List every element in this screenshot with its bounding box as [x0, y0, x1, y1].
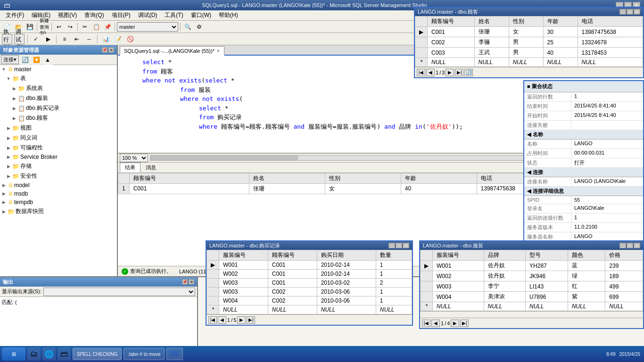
tree-item-security[interactable]: ▶ 📁 安全性	[0, 171, 117, 181]
output-pin-icon[interactable]: 📌	[182, 279, 188, 285]
expand-prog[interactable]: ▶	[6, 146, 11, 150]
expand-systables[interactable]: ▶	[11, 86, 17, 91]
taskbar-item-terminal[interactable]: :tabn # to move	[124, 348, 165, 360]
query-tab[interactable]: SQLQuery1.sql -....(LANGO\Kale (55))* ✕	[120, 46, 224, 56]
purchases-minimize[interactable]: _	[388, 243, 395, 248]
purch-nav-next[interactable]: ▶	[237, 316, 246, 324]
text-results-icon[interactable]: 📝	[113, 34, 123, 44]
clothes-maximize[interactable]: □	[627, 243, 633, 248]
search-icon[interactable]: 🔍	[182, 22, 193, 32]
clothes-hscroll[interactable]	[420, 311, 643, 318]
explorer-pin-icon[interactable]: 📌	[102, 47, 107, 53]
results-icon[interactable]: 📊	[100, 34, 111, 44]
tree-item-programmability[interactable]: ▶ 📁 可编程性	[0, 143, 117, 153]
tree-item-msdb[interactable]: ▶ 🖥 msdb	[0, 189, 117, 198]
taskbar-item-sql[interactable]: SPELL CHECKING	[73, 348, 122, 360]
explorer-close-icon[interactable]: ✕	[108, 47, 114, 53]
filter-icon[interactable]: 🔽	[31, 55, 41, 65]
menu-query[interactable]: 查询(Q)	[81, 10, 107, 20]
taskbar-explorer-icon[interactable]: 🗂	[27, 347, 41, 361]
menu-view[interactable]: 视图(V)	[54, 10, 81, 20]
purch-nav-first[interactable]: |◀	[208, 316, 217, 324]
tab-messages[interactable]: 消息	[140, 163, 161, 173]
customers-maximize[interactable]: □	[627, 9, 633, 15]
save-icon[interactable]: 💾	[25, 22, 35, 32]
tree-item-service-broker[interactable]: ▶ 📁 Service Broker	[0, 153, 117, 161]
prop-section-name[interactable]: ◀ 名称	[524, 130, 643, 140]
copy-icon[interactable]: 📋	[91, 22, 101, 32]
tree-item-snapshots[interactable]: ▶ 📁 数据库快照	[0, 206, 117, 216]
purch-nav-last[interactable]: ▶|	[247, 316, 255, 324]
clothes-nav-prev[interactable]: ◀	[431, 320, 440, 327]
zoom-selector[interactable]: 100 %75 %150 %	[120, 154, 148, 162]
cust-nav-first[interactable]: |◀	[417, 69, 425, 76]
indent-icon[interactable]: ≡	[59, 34, 70, 44]
database-selector[interactable]: mastermodelmsdbtempdb	[117, 22, 178, 32]
expand-master[interactable]: ▼	[1, 67, 7, 72]
expand-security[interactable]: ▶	[6, 174, 11, 179]
settings-icon[interactable]: ⚙	[194, 22, 204, 32]
menu-file[interactable]: 文件(F)	[2, 10, 28, 20]
customers-minimize[interactable]: _	[619, 9, 626, 15]
undo-icon[interactable]: ↩	[54, 22, 64, 32]
tab-close-icon[interactable]: ✕	[216, 49, 220, 53]
cut-icon[interactable]: ✂	[80, 22, 90, 32]
menu-tools[interactable]: 工具(T)	[161, 10, 187, 20]
cust-nav-prev[interactable]: ◀	[426, 69, 435, 76]
clothes-nav-next[interactable]: ▶	[451, 320, 459, 327]
refresh-icon[interactable]: 🔄	[20, 55, 30, 65]
tree-item-dbo-customers[interactable]: ▶ 📋 dbo.顾客	[0, 113, 117, 123]
check-syntax-icon[interactable]: ✓	[31, 34, 41, 44]
taskbar-app-icon[interactable]: 🗃	[58, 347, 71, 361]
expand-snapshots[interactable]: ▶	[1, 209, 7, 214]
purch-nav-prev[interactable]: ◀	[218, 316, 226, 324]
tree-item-tables-folder[interactable]: ▼ 📁 表	[0, 74, 117, 83]
expand-storage[interactable]: ▶	[6, 164, 11, 169]
redo-icon[interactable]: ↪	[65, 22, 75, 32]
purchases-maximize[interactable]: □	[396, 243, 402, 248]
expand-customers[interactable]: ▶	[11, 116, 17, 121]
tab-results[interactable]: 结果	[120, 163, 140, 173]
prop-section-conndetail[interactable]: ◀ 连接详细信息	[524, 187, 643, 196]
output-close-icon[interactable]: ✕	[189, 279, 194, 285]
expand-broker[interactable]: ▶	[6, 155, 11, 159]
taskbar-item-word[interactable]: W	[166, 348, 183, 360]
tree-item-synonyms[interactable]: ▶ 📁 同义词	[0, 133, 117, 143]
taskbar-chrome-icon[interactable]: 🌐	[42, 347, 56, 361]
tree-item-sys-tables[interactable]: ▶ 📁 系统表	[0, 83, 117, 93]
expand-purchases[interactable]: ▶	[11, 106, 17, 111]
expand-tables[interactable]: ▼	[6, 76, 11, 81]
clothes-close[interactable]: ✕	[634, 243, 640, 248]
menu-debug[interactable]: 调试(D)	[134, 10, 161, 20]
cust-nav-next[interactable]: ▶	[446, 69, 454, 76]
expand-synonyms[interactable]: ▶	[6, 136, 11, 140]
collapse-icon[interactable]: ▲	[42, 55, 53, 65]
customers-close[interactable]: ✕	[634, 9, 640, 15]
expand-msdb[interactable]: ▶	[1, 191, 7, 196]
tree-item-master[interactable]: ▼ 🖥 master	[0, 65, 117, 74]
clothes-minimize[interactable]: _	[619, 243, 626, 248]
outdent-icon[interactable]: ⇤	[72, 34, 82, 44]
new-query-icon[interactable]: 新建查询(N)	[39, 22, 50, 32]
tree-item-dbo-purchases[interactable]: ▶ 📋 dbo.购买记录	[0, 103, 117, 113]
execute-button[interactable]: 执行(X)	[2, 34, 12, 44]
purchases-close[interactable]: ✕	[403, 243, 409, 248]
cust-nav-last[interactable]: ▶|	[455, 69, 463, 76]
no-results-icon[interactable]: 🚫	[125, 34, 135, 44]
menu-project[interactable]: 项目(P)	[108, 10, 134, 20]
parse-icon[interactable]: ▶	[43, 34, 53, 44]
tree-item-dbo-clothes[interactable]: ▶ 📋 dbo.服装	[0, 93, 117, 103]
menu-help[interactable]: 帮助(H)	[215, 10, 242, 20]
paste-icon[interactable]: 📌	[102, 22, 113, 32]
start-button[interactable]: ⊞	[2, 347, 25, 361]
tree-item-tempdb[interactable]: ▶ 🖥 tempdb	[0, 198, 117, 206]
comment-icon[interactable]: --	[84, 34, 94, 44]
clothes-nav-first[interactable]: |◀	[422, 320, 430, 327]
clothes-nav-last[interactable]: ▶|	[460, 320, 469, 327]
expand-views[interactable]: ▶	[6, 126, 11, 131]
tree-item-storage[interactable]: ▶ 📁 存储	[0, 161, 117, 171]
output-source-selector[interactable]	[43, 288, 195, 296]
prop-section-conn[interactable]: ◀ 连接	[524, 168, 643, 177]
expand-model[interactable]: ▶	[1, 183, 7, 188]
expand-tempdb[interactable]: ▶	[1, 200, 7, 205]
